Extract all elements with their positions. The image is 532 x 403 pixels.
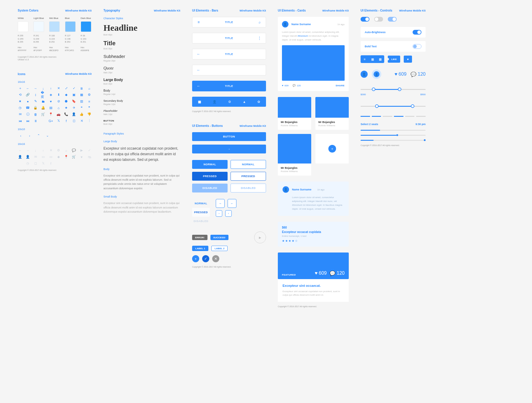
search-icon: ⌕ <box>87 86 92 90</box>
more-icon[interactable]: ⋮ <box>257 36 262 40</box>
fab-add[interactable]: ＋ <box>192 255 199 262</box>
section-label: Paragraph Styles <box>103 132 180 135</box>
ghost-pressed[interactable]: PRESSED <box>192 208 210 217</box>
post-text: Lorem ipsum dolor sit amet, consectetur … <box>282 30 345 42</box>
arrow-left-button[interactable]: ← <box>228 199 236 208</box>
arrow-down-icon: ↓ <box>33 148 38 153</box>
tab-settings-icon[interactable]: ✿ <box>257 100 260 104</box>
controls-panel: UI Elements - Controls Wireframe Mobile … <box>361 9 426 146</box>
add-card[interactable]: ＋ <box>315 134 349 164</box>
pressed-outline-button[interactable]: PRESSED <box>231 172 266 181</box>
normal-outline-button[interactable]: NORMAL <box>231 160 266 169</box>
range-slider-1[interactable] <box>361 86 426 93</box>
auto-brightness-row[interactable]: Auto-Brightness <box>361 27 426 38</box>
tab-profile-icon[interactable]: ▲ <box>243 100 246 103</box>
list-view-icon[interactable]: ≡ <box>361 56 369 63</box>
twitter-icon: 𝕏 <box>56 119 61 123</box>
range-slider-2[interactable] <box>361 103 426 110</box>
fab-close[interactable]: ✕ <box>212 255 219 262</box>
apple-icon <box>41 119 46 123</box>
avatar-icon[interactable]: 👤 <box>282 21 288 27</box>
swatch-chip <box>65 21 76 32</box>
nav-bar-primary[interactable]: ←TITLE <box>192 81 266 91</box>
type-meta: Bold 10pt <box>103 123 180 125</box>
title-sample: Title <box>103 40 180 47</box>
share-button[interactable]: SHARE <box>335 84 345 87</box>
pencil-icon: ✎ <box>33 99 38 103</box>
copyright: Copyright © 2016-2017 All rights reserve… <box>18 56 92 58</box>
play-icon: ▶ <box>79 148 84 153</box>
refresh-icon: ⟲ <box>18 93 22 97</box>
close-icon: ✕ <box>56 86 61 90</box>
menu-icon[interactable]: ≡ <box>197 20 201 24</box>
mini-card[interactable]: Mr BojanglesRobbie Williams <box>278 97 311 130</box>
nav-bar[interactable]: ≡TITLE⌕ <box>192 17 266 27</box>
avatar-sm-icon[interactable]: 👤 <box>361 71 368 78</box>
label-chip-selected[interactable]: LABEL 1 <box>192 246 208 251</box>
ghost-normal[interactable]: NORMAL <box>192 199 210 208</box>
back-icon[interactable]: ← <box>197 52 201 56</box>
tab-user-icon[interactable]: 👤 <box>213 100 217 104</box>
user-name[interactable]: Name Surname <box>291 23 311 26</box>
toggle-on-disabled <box>388 17 397 22</box>
chevron-left-button[interactable]: ‹ <box>225 210 232 217</box>
range-high: $500 <box>420 93 426 96</box>
tag-icon: ⬣ <box>64 99 69 103</box>
lock-icon: 🔒 <box>33 106 38 110</box>
play-button[interactable]: ▶ <box>254 232 266 243</box>
mini-card[interactable]: Mr BojanglesRobbie Williams <box>278 134 311 176</box>
marker-icon: ◆ <box>64 93 69 97</box>
article-title: Excepteur sint occaecat. <box>283 284 344 287</box>
search-icon[interactable]: ⌕ <box>257 20 262 24</box>
toggle-off[interactable] <box>374 17 383 22</box>
swatch-rgb: R 38G 153B 251 <box>81 34 92 44</box>
label-chip[interactable]: LABEL 2 <box>211 246 228 251</box>
fab-confirm[interactable]: ✓ <box>202 255 209 262</box>
avatar-frame[interactable]: 👤 <box>372 69 381 79</box>
grid-view-icon[interactable]: ▦ <box>369 56 376 63</box>
mini-card[interactable]: Mr BojanglesRobbie Williams <box>315 97 349 130</box>
normal-button[interactable]: NORMAL <box>192 160 228 169</box>
pressed-button[interactable]: PRESSED <box>192 172 228 181</box>
likes-stat[interactable]: ♥ 609 <box>282 84 288 87</box>
avatar-icon[interactable]: 👤 <box>283 186 289 193</box>
auto-brightness-toggle[interactable] <box>413 30 421 35</box>
primary-arrow-button[interactable]: → <box>192 145 266 153</box>
featured-card[interactable]: FEATURED ♥ 609 💬 120 <box>278 253 349 279</box>
article-card[interactable]: Excepteur sint occaecat. Excepteur sint … <box>278 279 349 302</box>
tab-gear-icon[interactable]: ⚙ <box>228 100 231 104</box>
primary-button[interactable]: BUTTON <box>192 132 266 141</box>
back-icon[interactable]: ← <box>197 68 201 72</box>
nav-bar[interactable]: ←TITLE <box>192 49 266 59</box>
picker-label[interactable]: Select 2 seats <box>361 123 378 126</box>
arrow-right-button[interactable]: → <box>216 199 225 208</box>
icon-size-label: 16x16 <box>18 80 92 83</box>
nav-bar[interactable]: TITLE⋮ <box>192 33 266 43</box>
bold-text-row[interactable]: Bold Text <box>361 41 426 52</box>
body-sample: Body <box>103 89 180 92</box>
icon-size-label: 10x10 <box>18 128 92 131</box>
swatch-rgb: R 241G 249B 255 <box>33 34 44 44</box>
info-icon: ⓘ <box>25 112 30 116</box>
bold-text-toggle[interactable] <box>413 44 421 49</box>
post-image[interactable] <box>282 45 345 81</box>
block-icon: ⊘ <box>56 99 61 103</box>
gplus-icon: G+ <box>48 119 53 123</box>
heart-button[interactable]: ♥ <box>404 56 412 63</box>
user-name[interactable]: Name Surname <box>292 188 312 191</box>
search-icon: ⌕ <box>64 148 69 153</box>
nav-bar[interactable]: ← <box>192 65 266 75</box>
progress-bar[interactable] <box>361 135 426 136</box>
swatch-name: Blue <box>65 17 76 20</box>
tile-view-icon[interactable]: ▩ <box>376 56 384 63</box>
price-card[interactable]: $60 Excepteur occacat cupidata Entire ho… <box>278 222 349 247</box>
like-button[interactable]: LIKE <box>388 56 400 63</box>
picker-time[interactable]: 9:30 pm <box>416 123 426 126</box>
comments-stat[interactable]: 💬 120 <box>293 84 301 87</box>
chevron-right-button[interactable]: › <box>216 210 222 217</box>
tab-home-icon[interactable]: ▦ <box>198 100 201 104</box>
toggle-on[interactable] <box>361 17 369 22</box>
icon-grid-10: ‹›⌃⌄ <box>18 134 92 138</box>
back-icon[interactable]: ← <box>197 84 201 88</box>
bell-icon: 🔔 <box>41 106 46 110</box>
